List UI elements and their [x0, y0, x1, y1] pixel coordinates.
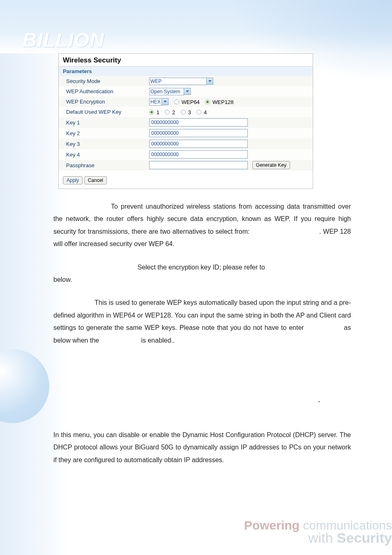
text-p2b: below.	[53, 276, 72, 283]
brand-logo-text: BILLION	[23, 29, 104, 51]
paragraph-key-id: Select the encryption key ID; please ref…	[53, 261, 351, 286]
radio-key-3-label: 3	[188, 109, 191, 115]
radio-wep64[interactable]	[174, 99, 179, 104]
document-body: To prevent unauthorized wireless station…	[53, 200, 351, 466]
row-key4: Key 4	[59, 149, 313, 160]
label-key3: Key 3	[59, 139, 149, 149]
select-wep-auth[interactable]: Open System	[149, 88, 191, 95]
panel-body: Security Mode WEP WEP Authentication Ope…	[59, 76, 313, 170]
panel-title: Wireless Security	[59, 54, 313, 67]
radio-key-1[interactable]	[149, 110, 154, 115]
select-security-mode[interactable]: WEP	[149, 78, 213, 85]
radio-key-1-label: 1	[157, 109, 159, 115]
row-wep-auth: WEP Authentication Open System	[59, 86, 313, 97]
input-passphrase[interactable]	[149, 161, 248, 169]
tagline-security: Security	[337, 530, 392, 546]
text-p3a: This is used to generate WEP keys automa…	[53, 299, 351, 331]
label-key1: Key 1	[59, 117, 149, 128]
tagline-powering: Powering	[244, 518, 300, 532]
input-key1[interactable]	[149, 118, 248, 127]
row-key3: Key 3	[59, 138, 313, 149]
input-key4[interactable]	[149, 150, 248, 159]
label-key2: Key 2	[59, 128, 149, 138]
chevron-down-icon	[206, 78, 213, 85]
radio-key-4-label: 4	[204, 109, 207, 115]
paragraph-dhcp: In this menu, you can disable or enable …	[53, 429, 351, 466]
input-key3[interactable]	[149, 140, 248, 148]
row-key2: Key 2	[59, 128, 313, 138]
text-p3c: is enabled..	[141, 337, 175, 344]
panel-footer: Apply Cancel	[59, 170, 313, 189]
chevron-down-icon	[184, 88, 191, 95]
label-security-mode: Security Mode	[59, 76, 149, 86]
input-key2[interactable]	[149, 129, 248, 137]
radio-key-2[interactable]	[165, 110, 170, 115]
select-wep-format-value: HEX	[149, 98, 162, 106]
row-security-mode: Security Mode WEP	[59, 76, 313, 86]
label-wep-auth: WEP Authentication	[59, 86, 149, 97]
radio-key-2-label: 2	[172, 109, 175, 115]
row-wep-encryption: WEP Encryption HEX WEP64 WEP128	[59, 97, 313, 107]
radio-wep64-label: WEP64	[182, 99, 200, 105]
row-default-key: Default Used WEP Key 1 2 3 4	[59, 107, 313, 117]
label-passphrase: Passphrase	[59, 160, 149, 170]
radio-wep128-label: WEP128	[212, 99, 233, 105]
generate-key-button[interactable]: Generate Key	[252, 161, 290, 169]
text-p1a: To prevent unauthorized wireless station…	[53, 203, 351, 235]
row-key1: Key 1	[59, 117, 313, 128]
radio-key-4[interactable]	[196, 110, 201, 115]
panel-subheader: Parameters	[59, 67, 313, 76]
radio-key-3[interactable]	[181, 110, 186, 115]
footer-tagline: Powering communications with Security	[244, 518, 392, 546]
select-security-mode-value: WEP	[149, 78, 207, 85]
row-passphrase: Passphrase Generate Key	[59, 160, 313, 170]
radio-wep128[interactable]	[205, 99, 210, 104]
label-wep-encryption: WEP Encryption	[59, 97, 149, 107]
label-key4: Key 4	[59, 150, 149, 160]
select-wep-format[interactable]: HEX	[149, 98, 168, 106]
text-p2a: Select the encryption key ID; please ref…	[137, 264, 265, 271]
label-default-key: Default Used WEP Key	[59, 107, 149, 117]
paragraph-passphrase-info: This is used to generate WEP keys automa…	[53, 297, 351, 347]
brand-logo: BILLION	[23, 29, 104, 51]
tagline-with: with	[308, 530, 337, 546]
apply-button[interactable]: Apply	[63, 176, 83, 184]
wireless-security-panel: Wireless Security Parameters Security Mo…	[58, 53, 313, 189]
select-wep-auth-value: Open System	[149, 88, 184, 95]
chevron-down-icon	[161, 98, 168, 105]
cancel-button[interactable]: Cancel	[84, 176, 107, 184]
paragraph-wep-intro: To prevent unauthorized wireless station…	[53, 200, 351, 251]
